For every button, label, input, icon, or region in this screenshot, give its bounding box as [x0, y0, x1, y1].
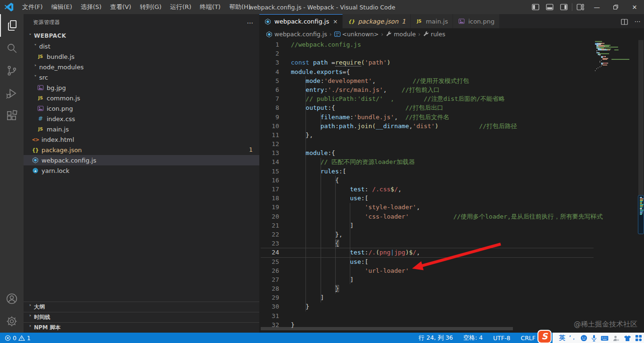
tree-item-webpack.config.js[interactable]: webpack.config.js	[24, 155, 259, 165]
ime-keyboard-icon[interactable]	[601, 333, 609, 343]
code-line-29[interactable]: 29 ]	[259, 293, 644, 302]
code-line-19[interactable]: 19 'style-loader',	[259, 203, 644, 212]
tree-item-bundle.js[interactable]: JSbundle.js	[24, 51, 259, 62]
sidebar-section-2[interactable]: ˃NPM 脚本	[24, 322, 259, 333]
tab-close-icon[interactable]: ×	[333, 18, 338, 25]
horizontal-scrollbar[interactable]	[261, 327, 513, 330]
code-line-6[interactable]: 6 entry:'./src/main.js', //打包前入口	[259, 85, 644, 94]
code-line-4[interactable]: 4module.exports={	[259, 67, 644, 76]
split-editor-icon[interactable]	[618, 18, 631, 25]
code-line-1[interactable]: 1//webpack.config.js	[259, 40, 644, 49]
menu-item-2[interactable]: 选择(S)	[76, 0, 106, 14]
encoding[interactable]: UTF-8	[493, 335, 510, 342]
settings-gear-icon[interactable]	[0, 310, 24, 333]
code-line-27[interactable]: 27 ]	[259, 275, 644, 284]
ime-punctuation-toggle[interactable]: ’，	[569, 333, 576, 343]
code-line-20[interactable]: 20 'css-loader' //使用多个loader,是从后往前执行，所有要…	[259, 212, 644, 221]
tree-item-WEBPACK[interactable]: ˅WEBPACK	[24, 31, 259, 41]
account-icon[interactable]	[0, 287, 24, 310]
toggle-secondary-sidebar-icon[interactable]	[557, 0, 571, 14]
tree-item-common.js[interactable]: JScommon.js	[24, 93, 259, 103]
cursor-position[interactable]: 行 24, 列 36	[419, 334, 453, 342]
code-line-14[interactable]: 14 // 匹配不同的资源loader加载器	[259, 157, 644, 166]
tab-label: webpack.config.js	[274, 18, 329, 25]
tree-item-src[interactable]: ˅src	[24, 72, 259, 82]
tab-main.js[interactable]: JSmain.js	[411, 14, 453, 28]
customize-layout-icon[interactable]	[573, 0, 587, 14]
tree-item-yarn.lock[interactable]: yarn.lock	[24, 165, 259, 176]
activity-run-debug-icon[interactable]	[0, 82, 24, 105]
restore-button[interactable]	[606, 0, 625, 14]
ime-voice-icon[interactable]	[591, 333, 597, 343]
ime-language-toggle[interactable]: 英	[559, 333, 565, 343]
tree-item-index.html[interactable]: <>index.html	[24, 134, 259, 145]
menu-item-6[interactable]: 终端(T)	[196, 0, 225, 14]
code-line-7[interactable]: 7 // publicPath:'dist/' , //注意dist后面的/不能…	[259, 94, 644, 103]
activity-source-control-icon[interactable]	[0, 59, 24, 82]
breadcrumb-item-webpack.config.js[interactable]: webpack.config.js	[266, 31, 327, 38]
breadcrumb-item-module[interactable]: module	[386, 31, 416, 38]
code-line-28[interactable]: 28 }	[259, 284, 644, 293]
code-line-15[interactable]: 15 rules:[	[259, 167, 644, 176]
tab-package.json[interactable]: {}package.json1	[343, 14, 411, 28]
toggle-panel-icon[interactable]	[543, 0, 557, 14]
toggle-sidebar-icon[interactable]	[528, 0, 543, 14]
code-line-5[interactable]: 5 mode:'development', //使用开发模式打包	[259, 76, 644, 85]
menu-item-4[interactable]: 转到(G)	[135, 0, 165, 14]
code-line-9[interactable]: 9 filename:'bundle.js', //打包后文件名	[259, 113, 644, 122]
tree-item-dist[interactable]: ˅dist	[24, 41, 259, 51]
code-line-30[interactable]: 30 }	[259, 302, 644, 311]
problems-status[interactable]: 0 1	[0, 335, 31, 342]
code-line-22[interactable]: 22 },	[259, 230, 644, 239]
code-line-2[interactable]: 2	[259, 49, 644, 58]
js-file-icon: JS	[415, 17, 423, 25]
breadcrumb-item-rules[interactable]: rules	[423, 31, 446, 38]
code-line-3[interactable]: 3const path =require('path')	[259, 58, 644, 67]
tree-item-icon.png[interactable]: icon.png	[24, 103, 259, 114]
code-line-10[interactable]: 10 path:path.join(__dirname,'dist') //打包…	[259, 122, 644, 131]
eol-sequence[interactable]: CRLF	[520, 335, 536, 342]
code-line-25[interactable]: 25 use:[	[259, 257, 644, 266]
menu-item-1[interactable]: 编辑(E)	[47, 0, 76, 14]
code-line-17[interactable]: 17 test: /.css$/,	[259, 185, 644, 194]
code-line-12[interactable]: 12	[259, 139, 644, 148]
code-line-13[interactable]: 13 module:{	[259, 148, 644, 157]
code-line-31[interactable]: 31	[259, 311, 644, 320]
sidebar-section-1[interactable]: ˃时间线	[24, 312, 259, 322]
code-line-26[interactable]: 26 'url-loader'	[259, 266, 644, 275]
activity-extensions-icon[interactable]	[0, 105, 24, 127]
activity-explorer-icon[interactable]	[0, 14, 24, 37]
tree-item-package.json[interactable]: {}package.json1	[24, 145, 259, 155]
code-line-11[interactable]: 11 },	[259, 131, 644, 139]
minimap[interactable]	[595, 41, 637, 74]
ime-toolbox-icon[interactable]	[635, 333, 642, 343]
tab-icon.png[interactable]: icon.png	[453, 14, 500, 28]
code-line-21[interactable]: 21 ]	[259, 221, 644, 230]
menu-item-5[interactable]: 运行(R)	[166, 0, 196, 14]
tree-item-node_modules[interactable]: ˃node_modules	[24, 62, 259, 72]
sidebar-section-0[interactable]: ˃大纲	[24, 302, 259, 312]
code-line-23[interactable]: 23 {	[259, 239, 644, 248]
minimize-button[interactable]: —	[587, 0, 606, 14]
menu-item-3[interactable]: 查看(V)	[106, 0, 135, 14]
breadcrumb-item-unknown[interactable]: <unknown>	[334, 31, 379, 38]
code-line-8[interactable]: 8 output:{ //打包后出口	[259, 103, 644, 112]
ime-emoji-icon[interactable]	[580, 333, 587, 343]
code-line-16[interactable]: 16 {	[259, 176, 644, 185]
code-line-24[interactable]: 24 test:/.(png|jpg)$/,	[259, 248, 644, 257]
editor-more-actions-icon[interactable]: ⋯	[631, 18, 644, 25]
ime-wardrobe-icon[interactable]	[624, 333, 631, 343]
sogou-logo-icon[interactable]: S	[538, 331, 551, 343]
close-button[interactable]: ✕	[625, 0, 644, 14]
tree-item-main.js[interactable]: JSmain.js	[24, 124, 259, 134]
ime-skin-icon[interactable]	[612, 333, 619, 343]
code-line-18[interactable]: 18 use:[	[259, 194, 644, 203]
indentation[interactable]: 空格: 4	[463, 334, 483, 342]
activity-search-icon[interactable]	[0, 37, 24, 59]
tree-item-index.css[interactable]: #index.css	[24, 114, 259, 124]
tree-item-bg.jpg[interactable]: bg.jpg	[24, 82, 259, 93]
code-editor[interactable]: 1//webpack.config.js23const path =requir…	[259, 40, 644, 333]
tab-webpack.config.js[interactable]: webpack.config.js×	[259, 14, 343, 28]
menu-item-0[interactable]: 文件(F)	[18, 0, 47, 14]
explorer-more-actions-icon[interactable]: ⋯	[247, 19, 254, 26]
